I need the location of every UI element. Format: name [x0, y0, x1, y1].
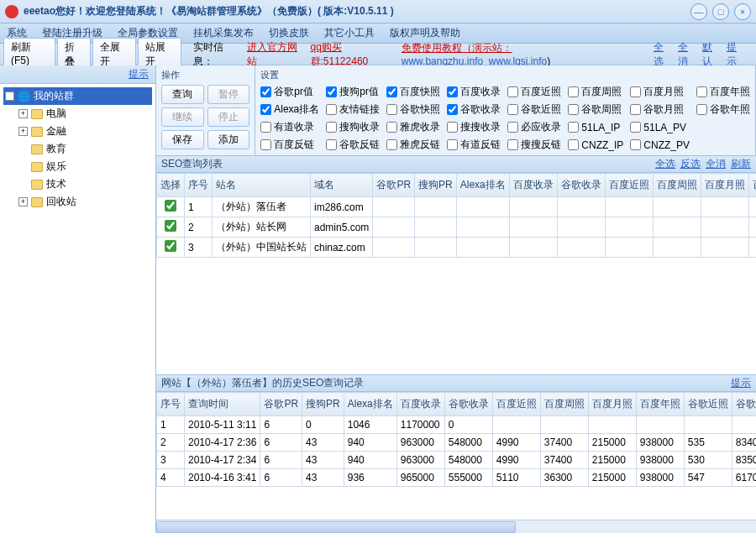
col-header[interactable]: 谷歌近照 [684, 393, 732, 416]
row-checkbox[interactable] [165, 200, 176, 212]
history-table[interactable]: 序号查询时间谷歌PR搜狗PRAlexa排名百度收录谷歌收录百度近照百度周照百度月… [156, 392, 756, 487]
col-header[interactable]: 百度周照 [540, 393, 588, 416]
setting-checkbox[interactable]: 百度年照 [696, 85, 750, 99]
table-row[interactable]: 2（外站）站长网admin5.com [157, 217, 757, 238]
setting-checkbox[interactable]: 雅虎收录 [386, 120, 440, 134]
table-row[interactable]: 22010-4-17 2:366439409630005480004990374… [157, 434, 757, 452]
setting-checkbox[interactable]: 51LA_IP [568, 120, 623, 134]
action-button[interactable]: 添加 [207, 130, 250, 149]
col-header[interactable]: 序号 [157, 393, 185, 416]
action-button[interactable]: 停止 [207, 107, 250, 127]
row-checkbox[interactable] [165, 220, 176, 232]
history-tip-link[interactable]: 提示 [731, 376, 751, 390]
table-row[interactable]: 12010-5-11 3:1160104611700000 [157, 416, 757, 434]
list-link[interactable]: 反选 [680, 158, 701, 170]
col-header[interactable]: 谷歌PR [373, 174, 415, 197]
toolbar-link[interactable]: 默认 [702, 40, 722, 69]
sidebar-tip-link[interactable]: 提示 [129, 67, 149, 81]
setting-checkbox[interactable]: CNZZ_PV [630, 138, 690, 152]
close-button[interactable]: × [734, 3, 751, 20]
table-row[interactable]: 42010-4-16 3:416439369650005550005110363… [157, 469, 757, 487]
list-link[interactable]: 刷新 [731, 158, 751, 170]
setting-checkbox[interactable]: 谷歌月照 [630, 102, 690, 117]
free-tutorial-link[interactable]: 免费使用教程（演示站： [402, 42, 512, 54]
setting-checkbox[interactable]: Alexa排名 [260, 102, 319, 117]
col-header[interactable]: 百度周照 [653, 174, 701, 197]
setting-checkbox[interactable]: 搜狗pr值 [326, 85, 380, 99]
setting-checkbox[interactable]: 百度近照 [507, 85, 561, 99]
h-scrollbar[interactable] [156, 520, 756, 533]
maximize-button[interactable]: □ [712, 3, 729, 20]
table-row[interactable]: 32010-4-17 2:346439409630005480004990374… [157, 452, 757, 469]
tree-node[interactable]: 技术 [3, 175, 152, 193]
setting-checkbox[interactable]: 百度快照 [386, 85, 440, 99]
tree-root-label[interactable]: 我的站群 [34, 89, 74, 103]
setting-checkbox[interactable]: 谷歌收录 [447, 102, 501, 117]
tree-node[interactable]: 教育 [3, 140, 152, 158]
setting-checkbox[interactable]: 雅虎反链 [386, 138, 440, 152]
expand-icon[interactable]: + [18, 127, 28, 136]
col-header[interactable]: 谷歌收录 [557, 174, 605, 197]
setting-checkbox[interactable]: 必应收录 [507, 120, 561, 134]
action-button[interactable]: 保存 [161, 130, 204, 149]
setting-checkbox[interactable]: 百度周照 [568, 85, 623, 99]
toolbar-link[interactable]: 提示 [727, 40, 746, 69]
col-header[interactable]: 序号 [185, 174, 213, 197]
col-header[interactable]: 百度年照 [636, 393, 684, 416]
setting-checkbox[interactable]: 有道收录 [260, 120, 319, 134]
toolbar-link[interactable]: 全消 [678, 40, 697, 69]
setting-checkbox[interactable]: 谷歌反链 [326, 138, 380, 152]
expand-icon[interactable]: + [18, 197, 28, 206]
qq-group-link[interactable]: qq购买群:51122460 [311, 40, 396, 69]
col-header[interactable]: 百度近照 [492, 393, 540, 416]
col-header[interactable]: Alexa排名 [456, 174, 509, 197]
table-row[interactable]: 1（外站）落伍者im286.com [157, 197, 757, 217]
expand-icon[interactable]: - [5, 91, 14, 101]
action-button[interactable]: 继续 [161, 107, 204, 127]
col-header[interactable]: 谷歌PR [260, 393, 302, 416]
list-link[interactable]: 全选 [655, 158, 675, 170]
menu-item[interactable]: 其它小工具 [324, 26, 375, 40]
setting-checkbox[interactable]: 搜搜反链 [507, 138, 561, 152]
col-header[interactable]: 百度月照 [701, 174, 748, 197]
menu-item[interactable]: 版权声明及帮助 [390, 26, 460, 40]
menu-item[interactable]: 切换皮肤 [269, 26, 309, 40]
setting-checkbox[interactable]: 谷歌周照 [568, 102, 623, 117]
tree-node[interactable]: +回收站 [3, 193, 152, 211]
tree-node[interactable]: 娱乐 [3, 158, 152, 175]
col-header[interactable]: 搜狗PR [302, 393, 344, 416]
list-link[interactable]: 全消 [706, 158, 726, 170]
setting-checkbox[interactable]: 51LA_PV [630, 120, 690, 134]
setting-checkbox[interactable]: 谷歌快照 [386, 102, 440, 117]
setting-checkbox[interactable]: CNZZ_IP [568, 138, 623, 152]
seo-table[interactable]: 选择序号站名域名谷歌PR搜狗PRAlexa排名百度收录谷歌收录百度近照百度周照百… [156, 173, 756, 258]
setting-checkbox[interactable]: 百度月照 [630, 85, 690, 99]
col-header[interactable]: 谷歌收录 [444, 393, 492, 416]
setting-checkbox[interactable]: 谷歌pr值 [260, 85, 319, 99]
setting-checkbox[interactable]: 搜搜收录 [447, 120, 501, 134]
col-header[interactable]: 百度年照 [748, 174, 756, 197]
setting-checkbox[interactable]: 百度反链 [260, 138, 319, 152]
col-header[interactable]: 百度收录 [396, 393, 444, 416]
setting-checkbox[interactable]: 百度收录 [447, 85, 501, 99]
expand-icon[interactable]: + [18, 109, 28, 118]
col-header[interactable]: Alexa排名 [344, 393, 396, 416]
tree-node[interactable]: +金融 [3, 123, 152, 140]
col-header[interactable]: 域名 [311, 174, 373, 197]
setting-checkbox[interactable]: 搜狗收录 [326, 120, 380, 134]
action-button[interactable]: 暂停 [207, 85, 250, 104]
col-header[interactable]: 站名 [213, 174, 311, 197]
minimize-button[interactable]: — [690, 3, 707, 20]
menu-item[interactable]: 挂机采集发布 [193, 26, 254, 40]
setting-checkbox[interactable]: 谷歌年照 [696, 102, 750, 117]
col-header[interactable]: 百度近照 [605, 174, 653, 197]
toolbar-link[interactable]: 全选 [654, 40, 673, 69]
action-button[interactable]: 查询 [161, 85, 204, 104]
scrollbar-thumb[interactable] [156, 521, 516, 533]
col-header[interactable]: 搜狗PR [415, 174, 457, 197]
col-header[interactable]: 谷歌周照 [732, 393, 756, 416]
setting-checkbox[interactable]: 谷歌近照 [507, 102, 561, 117]
col-header[interactable]: 百度月照 [588, 393, 636, 416]
setting-checkbox[interactable]: 有道反链 [447, 138, 501, 152]
row-checkbox[interactable] [165, 240, 176, 252]
